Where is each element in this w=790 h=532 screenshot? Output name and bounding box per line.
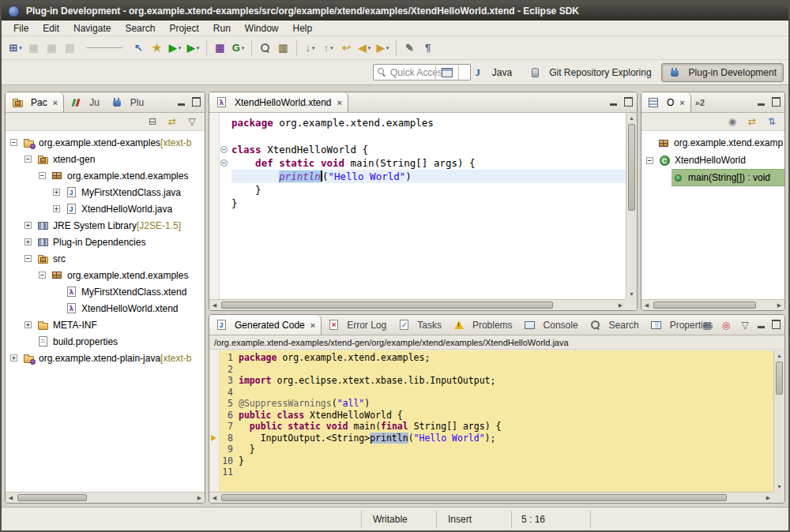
- titlebar[interactable]: Plug-in Development - org.example.xtend-…: [2, 2, 788, 21]
- code-line[interactable]: class XtendHelloWorld {: [231, 143, 626, 156]
- menu-window[interactable]: Window: [238, 21, 286, 36]
- maximize-button[interactable]: [623, 96, 634, 107]
- open-task-button[interactable]: ▥: [274, 39, 292, 58]
- view-menu-icon[interactable]: ▽: [739, 320, 751, 331]
- close-icon[interactable]: ×: [337, 98, 342, 107]
- collapse-icon[interactable]: −: [39, 272, 46, 279]
- menu-edit[interactable]: Edit: [36, 21, 66, 36]
- menu-navigate[interactable]: Navigate: [66, 21, 118, 36]
- sort-icon[interactable]: ⇅: [766, 116, 778, 127]
- generated-code-line[interactable]: 6public class XtendHelloWorld {: [220, 410, 773, 421]
- collapse-icon[interactable]: −: [39, 172, 46, 179]
- generated-code-line[interactable]: 1package org.example.xtend.examples;: [220, 352, 773, 364]
- tab-error-log[interactable]: Error Log: [322, 315, 392, 335]
- code-line[interactable]: [231, 129, 626, 143]
- open-perspective-button[interactable]: [442, 68, 453, 77]
- tree-item[interactable]: −org.example.xtend.examples: [6, 167, 205, 184]
- tab-ju[interactable]: Ju: [64, 92, 105, 112]
- package-explorer-hscrollbar[interactable]: ◀▶: [6, 492, 205, 503]
- generate-button[interactable]: G▾: [229, 39, 247, 58]
- expand-icon[interactable]: +: [10, 354, 17, 362]
- collapse-icon[interactable]: −: [24, 155, 32, 163]
- collapse-icon[interactable]: −: [646, 157, 653, 164]
- tab-console[interactable]: Console: [518, 315, 584, 335]
- perspective-git-repository-exploring[interactable]: Git Repository Exploring: [521, 63, 658, 82]
- tab-o[interactable]: O×: [641, 92, 691, 112]
- save-all-button[interactable]: ▣: [43, 39, 61, 58]
- tree-item[interactable]: −org.example.xtend.examples: [6, 267, 205, 283]
- generated-code-area[interactable]: 1package org.example.xtend.examples;23im…: [209, 350, 773, 492]
- bottom-hscrollbar[interactable]: ◀▶: [209, 492, 773, 503]
- maximize-button[interactable]: [770, 96, 782, 107]
- code-line[interactable]: println("Hello World"): [231, 170, 626, 183]
- print-button[interactable]: ▤: [61, 39, 79, 58]
- pin-editor-button[interactable]: ✎: [401, 39, 419, 58]
- next-annotation-button[interactable]: ↓▾: [301, 39, 319, 58]
- fold-collapse-icon[interactable]: −: [220, 159, 228, 167]
- collapse-icon[interactable]: −: [24, 255, 32, 262]
- folding-ruler[interactable]: −−: [220, 113, 228, 299]
- editor-code-area[interactable]: package org.example.xtend.examplesclass …: [228, 113, 626, 299]
- perspective-plugin-development[interactable]: Plug-in Development: [661, 63, 784, 82]
- expand-icon[interactable]: +: [53, 205, 60, 212]
- editor-vscrollbar[interactable]: ▲▼: [626, 113, 637, 299]
- tree-item[interactable]: +XtendHelloWorld.java: [6, 200, 205, 217]
- pin-view-icon[interactable]: ◎: [720, 320, 732, 331]
- bottom-vscrollbar[interactable]: ▲▼: [773, 350, 784, 492]
- external-tools-button[interactable]: ▶▾: [184, 39, 202, 58]
- close-icon[interactable]: ×: [53, 98, 58, 107]
- generated-code-line[interactable]: 4: [220, 387, 773, 399]
- tab-overflow-chevron[interactable]: »2: [691, 92, 709, 112]
- minimize-button[interactable]: [755, 319, 767, 330]
- expand-icon[interactable]: +: [24, 238, 32, 245]
- run-button[interactable]: ▶▾: [166, 39, 184, 58]
- tree-item[interactable]: −org.example.xtend-examples [xtext-b: [6, 134, 205, 151]
- tab-generated-code[interactable]: Generated Code×: [209, 315, 322, 335]
- tree-item[interactable]: +META-INF: [6, 317, 205, 333]
- link-with-editor-icon[interactable]: ⇄: [166, 116, 179, 127]
- dropdown-arrow-icon[interactable]: ▾: [312, 45, 315, 51]
- view-menu-icon[interactable]: ▽: [186, 116, 198, 127]
- last-edit-location-button[interactable]: ↩: [337, 39, 356, 58]
- code-line[interactable]: }: [231, 197, 626, 210]
- tree-item[interactable]: build.properties: [6, 333, 205, 350]
- code-line[interactable]: package org.example.xtend.examples: [231, 116, 626, 129]
- outline-list[interactable]: org.example.xtend.examp−CXtendHelloWorld…: [641, 131, 784, 299]
- dropdown-arrow-icon[interactable]: ▾: [179, 45, 182, 51]
- dropdown-arrow-icon[interactable]: ▾: [368, 45, 371, 51]
- generated-code-line[interactable]: 11: [220, 466, 773, 478]
- perspective-java[interactable]: JJava: [465, 63, 519, 82]
- tab-tasks[interactable]: Tasks: [392, 315, 447, 335]
- maximize-button[interactable]: [770, 319, 782, 330]
- tab-problems[interactable]: Problems: [447, 315, 518, 335]
- dropdown-arrow-icon[interactable]: ▾: [19, 45, 22, 51]
- generated-code-line[interactable]: 9 }: [220, 444, 773, 455]
- tab-plu[interactable]: Plu: [105, 92, 149, 112]
- expand-icon[interactable]: +: [24, 222, 32, 229]
- tab-search[interactable]: Search: [584, 315, 645, 335]
- minimize-button[interactable]: [755, 96, 767, 107]
- outline-item[interactable]: main(String[]) : void: [641, 169, 784, 186]
- expand-icon[interactable]: +: [53, 189, 60, 196]
- minimize-button[interactable]: [175, 96, 187, 107]
- code-line[interactable]: }: [231, 183, 626, 197]
- search-button[interactable]: [256, 39, 274, 58]
- minimize-button[interactable]: [608, 96, 619, 107]
- coverage-button[interactable]: ▦: [211, 39, 229, 58]
- generated-code-line[interactable]: 7 public static void main(final String[]…: [220, 421, 773, 433]
- outline-hscrollbar[interactable]: ◀▶: [641, 299, 784, 310]
- menu-run[interactable]: Run: [206, 21, 238, 36]
- launch-shortcut-button[interactable]: ★: [148, 39, 166, 58]
- menu-file[interactable]: File: [6, 21, 36, 36]
- prev-annotation-button[interactable]: ↑▾: [319, 39, 337, 58]
- menu-search[interactable]: Search: [118, 21, 162, 36]
- dropdown-arrow-icon[interactable]: ▾: [197, 45, 200, 51]
- tree-item[interactable]: +org.example.xtend-plain-java [xtext-b: [6, 350, 205, 366]
- tree-item[interactable]: −xtend-gen: [6, 151, 205, 167]
- generated-code-line[interactable]: 5@SuppressWarnings("all"): [220, 398, 773, 410]
- collapse-icon[interactable]: −: [10, 139, 17, 146]
- tab-xtendhelloworld-xtend[interactable]: XtendHelloWorld.xtend×: [209, 92, 348, 112]
- save-button[interactable]: ▣: [24, 39, 43, 58]
- tree-item[interactable]: +JRE System Library [J2SE-1.5]: [6, 217, 205, 234]
- generated-code-line[interactable]: 2: [220, 364, 773, 376]
